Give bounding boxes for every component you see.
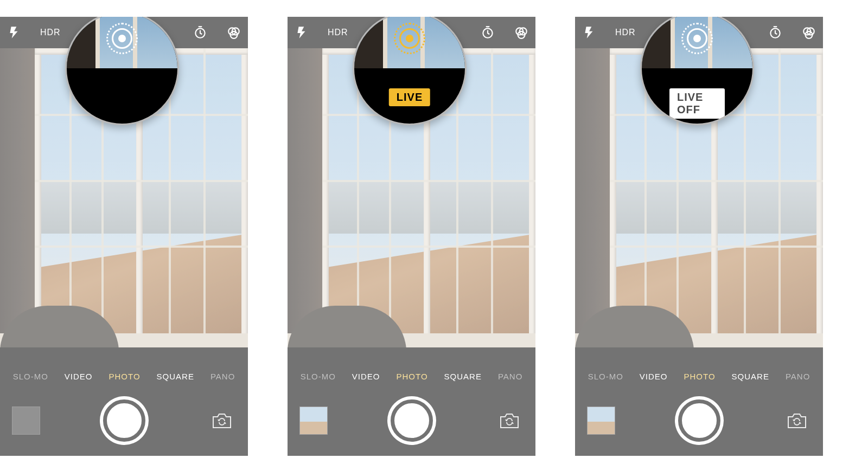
mode-slo-mo[interactable]: SLO-MO	[13, 372, 48, 381]
mode-square[interactable]: SQUARE	[157, 372, 194, 381]
hdr-toggle[interactable]: HDR	[615, 28, 636, 37]
switch-camera-icon[interactable]	[208, 410, 236, 431]
mode-photo[interactable]: PHOTO	[684, 372, 716, 381]
mode-video[interactable]: VIDEO	[352, 372, 380, 381]
camera-controls	[288, 385, 535, 456]
mode-video[interactable]: VIDEO	[65, 372, 93, 381]
phone-screen-2: HDR SLO-MO VIDEO PHOTO SQUARE PANO	[288, 17, 535, 456]
flash-icon[interactable]	[582, 25, 597, 40]
mode-photo[interactable]: PHOTO	[109, 372, 141, 381]
mode-square[interactable]: SQUARE	[732, 372, 769, 381]
last-photo-thumbnail[interactable]	[12, 407, 40, 435]
live-off-badge: LIVE OFF	[669, 88, 725, 119]
timer-icon[interactable]	[193, 25, 208, 40]
timer-icon[interactable]	[480, 25, 495, 40]
mode-video[interactable]: VIDEO	[640, 372, 668, 381]
phone-screen-3: HDR SLO-MO VIDEO PHOTO SQUARE PANO	[575, 17, 823, 456]
mode-pano[interactable]: PANO	[498, 372, 522, 381]
mode-selector[interactable]: SLO-MO VIDEO PHOTO SQUARE PANO	[575, 367, 823, 385]
shutter-button[interactable]	[678, 399, 720, 442]
mode-photo[interactable]: PHOTO	[397, 372, 428, 381]
mode-square[interactable]: SQUARE	[444, 372, 482, 381]
live-photo-icon-zoom	[681, 23, 713, 54]
filters-icon[interactable]	[801, 25, 816, 40]
mode-selector[interactable]: SLO-MO VIDEO PHOTO SQUARE PANO	[288, 367, 535, 385]
live-badge: LIVE	[389, 88, 430, 106]
filters-icon[interactable]	[226, 25, 241, 40]
timer-icon[interactable]	[768, 25, 783, 40]
switch-camera-icon[interactable]	[495, 410, 524, 431]
camera-controls	[0, 385, 248, 456]
last-photo-thumbnail[interactable]	[587, 407, 615, 435]
live-photo-icon-zoom	[106, 23, 138, 54]
camera-controls	[575, 385, 823, 456]
shutter-button[interactable]	[391, 399, 433, 442]
live-photo-icon-zoom	[394, 23, 425, 54]
mode-slo-mo[interactable]: SLO-MO	[301, 372, 336, 381]
switch-camera-icon[interactable]	[783, 410, 811, 431]
hdr-toggle[interactable]: HDR	[40, 28, 61, 37]
mode-slo-mo[interactable]: SLO-MO	[588, 372, 623, 381]
filters-icon[interactable]	[514, 25, 529, 40]
last-photo-thumbnail[interactable]	[299, 407, 328, 435]
hdr-toggle[interactable]: HDR	[328, 28, 348, 37]
phone-screen-1: HDR SLO-MO VIDEO PHOTO SQUARE PANO	[0, 17, 248, 456]
mode-pano[interactable]: PANO	[210, 372, 235, 381]
mode-selector[interactable]: SLO-MO VIDEO PHOTO SQUARE PANO	[0, 367, 248, 385]
mode-pano[interactable]: PANO	[786, 372, 810, 381]
flash-icon[interactable]	[7, 25, 22, 40]
tutorial-triptych: HDR SLO-MO VIDEO PHOTO SQUARE PANO	[0, 0, 868, 471]
shutter-button[interactable]	[103, 399, 145, 442]
flash-icon[interactable]	[294, 25, 309, 40]
